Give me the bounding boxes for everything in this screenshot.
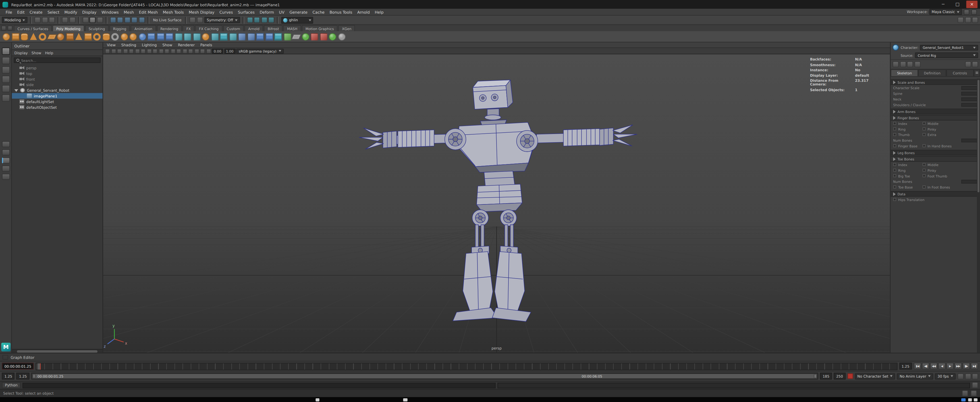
poly-plane-icon[interactable] <box>47 34 56 39</box>
snap-to-point-icon[interactable] <box>124 17 130 23</box>
shelf-tab[interactable]: Custom <box>223 25 244 31</box>
menu-item[interactable]: Deform <box>257 9 277 14</box>
record-edits-icon[interactable] <box>197 17 203 23</box>
range-start-handle[interactable] <box>32 374 35 378</box>
outliner-item[interactable]: top <box>12 70 103 76</box>
panel-menu-item[interactable]: Show <box>162 43 172 47</box>
outliner-horizontal-scrollbar[interactable] <box>12 349 103 353</box>
boolean-union-icon[interactable] <box>148 33 155 40</box>
shelf-tab[interactable]: FX <box>183 25 195 31</box>
panel-menu-item[interactable]: Shading <box>121 43 137 47</box>
shelf-tab[interactable]: Animation <box>131 25 156 31</box>
x-ray-icon[interactable] <box>206 48 211 53</box>
shelf-tab[interactable]: Rendering <box>157 25 182 31</box>
workspace-options-icon[interactable] <box>971 9 977 15</box>
image-plane-icon[interactable] <box>129 48 134 53</box>
character-tab[interactable]: Controls <box>946 69 974 77</box>
menu-item[interactable]: Curves <box>217 9 235 14</box>
construction-history-icon[interactable] <box>189 17 196 23</box>
create-polygon-icon[interactable] <box>291 34 301 39</box>
combine-icon[interactable] <box>175 33 182 40</box>
poly-sphere-icon[interactable] <box>3 33 10 40</box>
live-surface-indicator[interactable]: No Live Surface <box>152 18 183 22</box>
multi-cut-icon[interactable] <box>238 33 245 40</box>
animation-end-field[interactable]: 250 <box>834 373 845 380</box>
soften-edge-icon[interactable] <box>329 33 336 40</box>
shelf-tab[interactable]: Poly Modeling <box>52 25 84 31</box>
isolate-select-icon[interactable] <box>200 48 205 53</box>
step-forward-frame-button[interactable]: ▶▶ <box>955 363 962 370</box>
extract-icon[interactable] <box>193 33 200 40</box>
checkbox[interactable] <box>893 198 896 201</box>
playback-range-bar[interactable]: 00:00:00:01.25 00:00:06:05 <box>32 374 817 378</box>
lock-ui-icon[interactable] <box>970 390 977 396</box>
layout-graph-editor-persp-icon[interactable] <box>2 174 10 180</box>
shelf-tab[interactable]: Rigging <box>110 25 130 31</box>
script-editor-icon[interactable] <box>972 382 978 388</box>
taskbar-icon[interactable] <box>974 398 977 401</box>
animation-start-field[interactable]: 1.25 <box>2 373 15 380</box>
snap-to-curve-icon[interactable] <box>117 17 123 23</box>
snap-to-grid-icon[interactable] <box>110 17 116 23</box>
checkbox[interactable] <box>893 133 896 136</box>
insert-edge-loop-icon[interactable] <box>256 33 264 40</box>
collapse-arrow-icon[interactable] <box>893 151 896 154</box>
current-time-display[interactable]: 00:00:00:01.25 <box>2 363 34 370</box>
expander-icon[interactable] <box>14 78 18 81</box>
taskbar-icon[interactable] <box>403 398 407 401</box>
character-set-selector[interactable]: No Character Set <box>855 373 895 379</box>
gamma-field[interactable]: 1.00 <box>224 48 235 53</box>
undo-icon[interactable] <box>62 17 68 23</box>
menu-item[interactable]: Mesh <box>121 9 137 14</box>
collapse-arrow-icon[interactable] <box>893 116 896 120</box>
expander-icon[interactable] <box>14 72 18 75</box>
poly-gear-icon[interactable] <box>111 33 119 40</box>
play-forward-button[interactable]: ▶ <box>946 363 954 370</box>
layout-persp-outliner-icon[interactable] <box>2 157 10 163</box>
render-current-frame-icon[interactable] <box>254 17 260 23</box>
shelf-tab[interactable]: FX Caching <box>195 25 223 31</box>
source-selector[interactable]: Control Rig <box>915 52 978 58</box>
depth-of-field-icon[interactable] <box>194 48 199 53</box>
outliner-search[interactable] <box>14 57 100 63</box>
outliner-item[interactable]: defaultLightSet <box>12 98 103 104</box>
channel-box-toggle-icon[interactable] <box>972 17 978 23</box>
panel-menu-item[interactable]: Panels <box>200 43 212 47</box>
ipr-render-icon[interactable] <box>261 17 267 23</box>
command-language-selector[interactable]: Python <box>2 382 21 388</box>
playback-speed-icon[interactable] <box>958 373 964 379</box>
mirror-animation-icon[interactable] <box>907 61 913 68</box>
checkbox[interactable] <box>923 144 926 147</box>
select-tool-icon[interactable] <box>2 47 10 55</box>
bake-animation-icon[interactable] <box>914 61 920 68</box>
use-all-lights-icon[interactable] <box>164 48 169 53</box>
menu-item[interactable]: Modify <box>62 9 80 14</box>
command-input[interactable] <box>22 382 495 388</box>
menu-item[interactable]: Create <box>27 9 45 14</box>
workspace-pin-icon[interactable] <box>964 9 969 15</box>
scrollbar-thumb[interactable] <box>17 350 97 353</box>
checkbox[interactable] <box>923 133 926 136</box>
shelf-menu-icon[interactable] <box>1 25 6 31</box>
panel-menu-icon[interactable] <box>974 69 980 77</box>
select-object-mode-icon[interactable] <box>89 17 96 23</box>
save-scene-icon[interactable] <box>49 17 55 23</box>
poly-cylinder-icon[interactable] <box>21 33 28 40</box>
lock-definition-icon[interactable] <box>972 61 978 68</box>
symmetry-selector[interactable]: Symmetry: Off <box>204 17 240 23</box>
shelf-options-icon[interactable] <box>7 25 13 31</box>
poly-cone-icon[interactable] <box>30 33 37 40</box>
checkbox[interactable] <box>923 127 926 131</box>
time-ruler[interactable] <box>35 362 897 370</box>
fps-selector[interactable]: 30 fps <box>935 373 956 379</box>
lasso-tool-icon[interactable] <box>2 57 10 64</box>
sculpt-brush-icon[interactable] <box>302 33 309 40</box>
separate-icon[interactable] <box>184 33 191 40</box>
menu-item[interactable]: Cache <box>310 9 327 14</box>
checkbox[interactable] <box>923 163 926 166</box>
taskbar-icon[interactable] <box>968 398 972 401</box>
expander-icon[interactable] <box>14 83 18 86</box>
outliner-menu-item[interactable]: Display <box>14 51 28 54</box>
hik-start-pose-icon[interactable] <box>965 61 971 68</box>
minimize-button[interactable]: ─ <box>937 0 949 8</box>
